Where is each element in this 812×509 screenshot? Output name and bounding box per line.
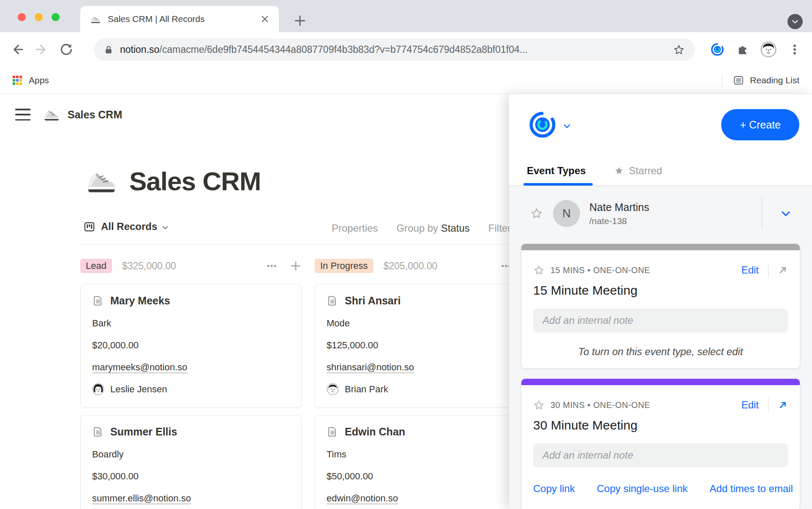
properties-button[interactable]: Properties [332, 222, 378, 234]
card-company: Boardly [92, 449, 290, 460]
filter-button[interactable]: Filter [488, 222, 511, 234]
edit-link[interactable]: Edit [741, 264, 759, 276]
open-external-icon[interactable] [778, 265, 788, 275]
card-email-link[interactable]: summer.ellis@notion.so [92, 493, 191, 504]
card-name: Summer Ellis [110, 426, 177, 438]
browser-tab[interactable]: Sales CRM | All Records [80, 6, 279, 32]
view-switcher[interactable]: All Records [84, 221, 169, 233]
tab-close-icon[interactable] [260, 14, 270, 24]
url-text: notion.so/camacme/6de9fb7454454344a80877… [120, 44, 667, 55]
star-event-icon[interactable] [533, 400, 545, 411]
open-external-icon[interactable] [778, 400, 788, 410]
event-title: 30 Minute Meeting [533, 418, 788, 432]
card-email-link[interactable]: edwin@notion.so [327, 493, 398, 504]
lock-icon [104, 45, 113, 55]
crm-card[interactable]: Mary Meeks Bark $20,000.00 marymeeks@not… [80, 284, 302, 408]
crm-card[interactable]: Edwin Chan Tims $50,000.00 edwin@notion.… [315, 415, 536, 509]
group-by-prefix: Group by [396, 222, 441, 234]
url-domain: notion.so [120, 44, 159, 55]
apps-label: Apps [29, 75, 49, 85]
card-company: Mode [327, 318, 524, 329]
kanban-column-in-progress: In Progress $205,000.00 Shri Ansari Mode… [315, 255, 536, 509]
tab-event-types[interactable]: Event Types [527, 165, 586, 184]
tab-title: Sales CRM | All Records [108, 14, 260, 24]
notion-topbar-title: Sales CRM [68, 109, 122, 121]
window-zoom-button[interactable] [52, 13, 60, 21]
sneaker-page-icon [42, 106, 60, 123]
crm-card[interactable]: Shri Ansari Mode $125,000.00 shriansari@… [315, 284, 536, 408]
extensions-puzzle-icon[interactable] [736, 43, 749, 56]
profile-avatar[interactable] [760, 41, 777, 57]
account-chevron-icon[interactable] [562, 121, 572, 131]
tab-starred-label: Starred [629, 165, 662, 177]
add-times-to-email-button[interactable]: Add times to email [710, 483, 793, 495]
user-row[interactable]: N Nate Martins /nate-138 [530, 194, 797, 233]
window-minimize-button[interactable] [35, 13, 43, 21]
column-header: Lead $325,000.00 [80, 255, 302, 276]
view-toolbar: Properties Group by Status Filter [332, 222, 511, 234]
user-avatar: N [553, 200, 580, 227]
favorite-star-icon[interactable] [530, 207, 543, 220]
window-close-button[interactable] [18, 13, 26, 21]
tab-strip: Sales CRM | All Records [0, 0, 812, 32]
card-amount: $30,000.00 [92, 471, 290, 482]
board-view-icon [84, 221, 95, 233]
calendly-extension-icon[interactable] [711, 43, 724, 56]
tab-starred[interactable]: Starred [614, 165, 662, 184]
tab-search-button[interactable] [787, 14, 803, 29]
apps-shortcut[interactable]: Apps [13, 75, 49, 85]
reload-button[interactable] [59, 42, 74, 57]
internal-note-input[interactable] [533, 309, 788, 332]
event-color-bar [521, 379, 800, 385]
status-badge[interactable]: In Progress [315, 259, 373, 273]
page-title: Sales CRM [129, 166, 261, 196]
kanban-board: Lead $325,000.00 Mary Meeks Bark $20,000… [80, 255, 536, 509]
row-divider [762, 197, 762, 230]
bookmarks-divider [722, 74, 722, 87]
add-card-icon[interactable] [290, 260, 302, 272]
address-bar[interactable]: notion.so/camacme/6de9fb7454454344a80877… [94, 38, 695, 61]
copy-single-use-link-button[interactable]: Copy single-use link [597, 483, 688, 495]
card-name: Edwin Chan [345, 426, 405, 438]
view-label: All Records [101, 221, 157, 233]
chevron-down-icon [791, 17, 799, 26]
chevron-down-icon [161, 224, 169, 231]
column-menu-icon[interactable] [265, 260, 278, 272]
bookmark-star-icon[interactable] [673, 44, 685, 56]
new-tab-button[interactable] [293, 14, 307, 27]
board-divider [80, 244, 509, 245]
copy-link-button[interactable]: Copy link [533, 483, 575, 495]
internal-note-input[interactable] [533, 443, 788, 467]
edit-link[interactable]: Edit [741, 399, 759, 411]
calendly-tabs: Event Types Starred [509, 165, 812, 186]
create-button[interactable]: + Create [721, 109, 799, 140]
apps-grid-icon [13, 76, 22, 85]
owner-avatar [327, 383, 339, 395]
url-path: /camacme/6de9fb7454454344a8087709f4b3b83… [159, 44, 528, 55]
sneaker-title-icon [84, 164, 117, 198]
crm-card[interactable]: Summer Ellis Boardly $30,000.00 summer.e… [80, 415, 302, 509]
card-amount: $50,000.00 [327, 471, 524, 482]
forward-button[interactable] [35, 42, 49, 57]
reading-list-icon [733, 75, 744, 86]
group-by-button[interactable]: Group by Status [396, 222, 469, 234]
event-actions: Copy link Copy single-use link Add times… [533, 481, 788, 497]
card-amount: $125,000.00 [327, 340, 524, 351]
event-card-30min: 30 MINS • ONE-ON-ONE Edit 30 Minute Meet… [521, 378, 800, 509]
card-name: Shri Ansari [345, 295, 401, 307]
reading-list-button[interactable]: Reading List [722, 74, 799, 87]
collapse-chevron-icon[interactable] [780, 208, 792, 219]
browser-menu-icon[interactable] [788, 43, 801, 56]
calendly-logo-icon [529, 111, 556, 139]
card-company: Bark [92, 318, 290, 329]
calendly-header: + Create [529, 108, 799, 141]
card-email-link[interactable]: shriansari@notion.so [327, 362, 414, 373]
star-event-icon[interactable] [533, 265, 545, 276]
status-badge[interactable]: Lead [80, 259, 112, 273]
card-email-link[interactable]: marymeeks@notion.so [92, 362, 187, 373]
back-button[interactable] [10, 42, 25, 57]
column-header: In Progress $205,000.00 [315, 255, 536, 276]
sidebar-menu-button[interactable] [15, 109, 30, 120]
event-hint: To turn on this event type, select edit [533, 346, 788, 358]
reading-list-label: Reading List [750, 75, 799, 85]
